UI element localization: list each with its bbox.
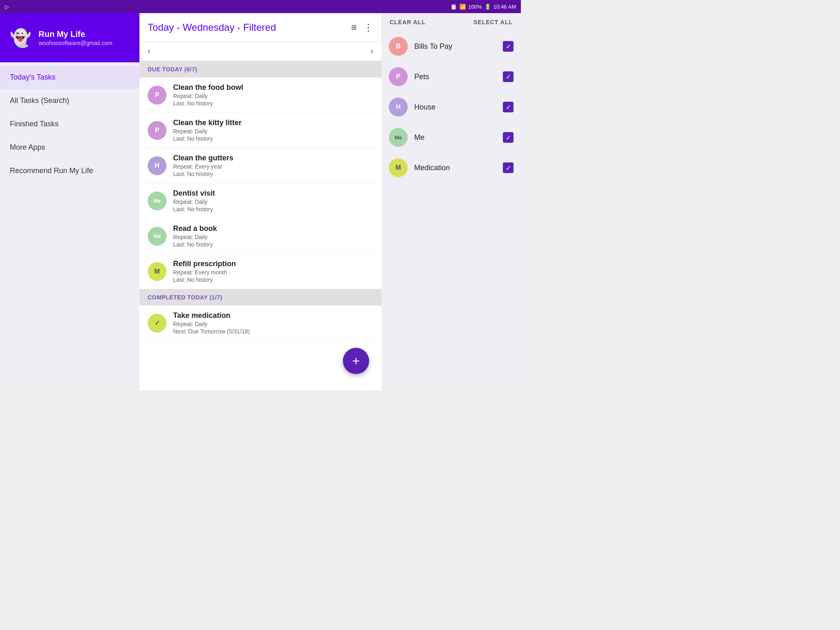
todays-tasks-label: Today's Tasks bbox=[10, 73, 55, 82]
sidebar-item-recommend[interactable]: Recommend Run My Life bbox=[0, 159, 139, 183]
filter-item-house[interactable]: H House ✓ bbox=[381, 92, 521, 122]
task-last: Last: No history bbox=[173, 206, 373, 212]
filter-actions: CLEAR ALL SELECT ALL bbox=[381, 13, 521, 31]
avatar: ✓ bbox=[148, 314, 167, 333]
task-list: DUE TODAY (6/7) P Clean the food bowl Re… bbox=[139, 61, 381, 390]
finished-tasks-label: Finished Tasks bbox=[10, 120, 59, 128]
filter-checkbox-house[interactable]: ✓ bbox=[503, 102, 514, 112]
task-last: Last: No history bbox=[173, 135, 373, 142]
main-header: Today - Wednesday - Filtered ≡ ⋮ bbox=[139, 13, 381, 42]
task-repeat: Repeat: Every year bbox=[173, 163, 373, 170]
task-info: Take medication Repeat: Daily Next: Due … bbox=[173, 311, 373, 335]
play-icon: ▷ bbox=[5, 4, 9, 10]
main-content: Today - Wednesday - Filtered ≡ ⋮ ‹ › DUE… bbox=[139, 13, 381, 390]
list-item[interactable]: H Clean the gutters Repeat: Every year L… bbox=[139, 148, 381, 183]
filter-label-house: House bbox=[414, 103, 496, 112]
sort-icon[interactable]: ≡ bbox=[351, 22, 357, 33]
filter-avatar-bills: B bbox=[389, 37, 408, 56]
filter-checkbox-me[interactable]: ✓ bbox=[503, 132, 514, 143]
filter-item-medication[interactable]: M Medication ✓ bbox=[381, 153, 521, 183]
task-info: Clean the kitty litter Repeat: Daily Las… bbox=[173, 119, 373, 142]
task-info: Clean the gutters Repeat: Every year Las… bbox=[173, 154, 373, 177]
filter-item-me[interactable]: Me Me ✓ bbox=[381, 122, 521, 153]
filter-label-pets: Pets bbox=[414, 73, 496, 81]
list-item[interactable]: ✓ Take medication Repeat: Daily Next: Du… bbox=[139, 306, 381, 341]
completed-today-section-header: COMPLETED TODAY (1/7) bbox=[139, 289, 381, 306]
more-apps-label: More Apps bbox=[10, 143, 45, 152]
filter-panel: CLEAR ALL SELECT ALL B Bills To Pay ✓ P … bbox=[381, 13, 521, 390]
list-item[interactable]: P Clean the food bowl Repeat: Daily Last… bbox=[139, 78, 381, 113]
task-last: Last: No history bbox=[173, 241, 373, 248]
filter-avatar-pets: P bbox=[389, 67, 408, 86]
sidebar: 👻 Run My Life woohoosoftware@gmail.com T… bbox=[0, 13, 139, 390]
sidebar-header: 👻 Run My Life woohoosoftware@gmail.com bbox=[0, 13, 139, 62]
avatar: Me bbox=[148, 227, 167, 246]
sidebar-item-all-tasks[interactable]: All Tasks (Search) bbox=[0, 89, 139, 112]
recommend-label: Recommend Run My Life bbox=[10, 167, 93, 175]
task-last: Last: No history bbox=[173, 171, 373, 177]
filter-checkbox-pets[interactable]: ✓ bbox=[503, 71, 514, 82]
avatar: P bbox=[148, 121, 167, 140]
avatar: H bbox=[148, 156, 167, 175]
task-info: Refill prescription Repeat: Every month … bbox=[173, 260, 373, 283]
sidebar-item-more-apps[interactable]: More Apps bbox=[0, 136, 139, 159]
task-name: Clean the kitty litter bbox=[173, 119, 373, 127]
battery-icon: 🔋 bbox=[484, 4, 491, 10]
avatar: Me bbox=[148, 192, 167, 210]
due-today-section-header: DUE TODAY (6/7) bbox=[139, 61, 381, 78]
select-all-button[interactable]: SELECT ALL bbox=[473, 19, 513, 25]
filter-checkbox-medication[interactable]: ✓ bbox=[503, 162, 514, 173]
prev-arrow-icon[interactable]: ‹ bbox=[148, 46, 151, 57]
filter-label-bills: Bills To Pay bbox=[414, 42, 496, 51]
app-name: Run My Life bbox=[39, 30, 112, 39]
filter-avatar-medication: M bbox=[389, 158, 408, 177]
sidebar-user-info: Run My Life woohoosoftware@gmail.com bbox=[39, 30, 112, 46]
list-item[interactable]: M Refill prescription Repeat: Every mont… bbox=[139, 254, 381, 289]
task-name: Take medication bbox=[173, 311, 373, 320]
ghost-cat-icon: 👻 bbox=[10, 28, 31, 48]
page-title: Today - Wednesday - Filtered bbox=[148, 22, 276, 33]
avatar: P bbox=[148, 86, 167, 105]
list-item[interactable]: Me Read a book Repeat: Daily Last: No hi… bbox=[139, 219, 381, 254]
filter-label-medication: Medication bbox=[414, 164, 496, 172]
task-last: Last: No history bbox=[173, 100, 373, 107]
next-arrow-icon[interactable]: › bbox=[370, 46, 373, 57]
task-repeat: Repeat: Daily bbox=[173, 321, 373, 327]
task-last: Last: No history bbox=[173, 276, 373, 283]
filter-checkbox-bills[interactable]: ✓ bbox=[503, 41, 514, 52]
filter-avatar-me: Me bbox=[389, 128, 408, 147]
task-info: Read a book Repeat: Daily Last: No histo… bbox=[173, 224, 373, 248]
battery-text: 100% bbox=[468, 4, 482, 10]
task-name: Clean the food bowl bbox=[173, 83, 373, 92]
sidebar-navigation: Today's Tasks All Tasks (Search) Finishe… bbox=[0, 62, 139, 390]
list-item[interactable]: Me Dentist visit Repeat: Daily Last: No … bbox=[139, 183, 381, 219]
task-repeat: Repeat: Every month bbox=[173, 269, 373, 276]
all-tasks-label: All Tasks (Search) bbox=[10, 96, 69, 105]
task-name: Read a book bbox=[173, 224, 373, 233]
clear-all-button[interactable]: CLEAR ALL bbox=[390, 19, 426, 25]
task-repeat: Repeat: Daily bbox=[173, 128, 373, 135]
wifi-icon: 📶 bbox=[459, 4, 466, 10]
sidebar-item-finished-tasks[interactable]: Finished Tasks bbox=[0, 112, 139, 136]
filter-item-bills[interactable]: B Bills To Pay ✓ bbox=[381, 31, 521, 62]
filter-label-me: Me bbox=[414, 133, 496, 142]
filter-avatar-house: H bbox=[389, 98, 408, 116]
header-actions: ≡ ⋮ bbox=[351, 22, 373, 33]
task-name: Clean the gutters bbox=[173, 154, 373, 162]
add-task-fab[interactable]: + bbox=[343, 348, 369, 374]
time-display: 10:46 AM bbox=[493, 4, 516, 10]
task-repeat: Repeat: Daily bbox=[173, 93, 373, 99]
status-bar: ▷ 📋 📶 100% 🔋 10:46 AM bbox=[0, 0, 521, 13]
app-logo: 👻 bbox=[8, 25, 33, 50]
task-repeat: Repeat: Daily bbox=[173, 199, 373, 205]
task-repeat: Repeat: Daily bbox=[173, 234, 373, 240]
sidebar-item-todays-tasks[interactable]: Today's Tasks bbox=[0, 66, 139, 89]
list-item[interactable]: P Clean the kitty litter Repeat: Daily L… bbox=[139, 113, 381, 148]
filter-item-pets[interactable]: P Pets ✓ bbox=[381, 62, 521, 92]
task-info: Dentist visit Repeat: Daily Last: No his… bbox=[173, 189, 373, 212]
task-name: Refill prescription bbox=[173, 260, 373, 268]
task-info: Clean the food bowl Repeat: Daily Last: … bbox=[173, 83, 373, 107]
more-options-icon[interactable]: ⋮ bbox=[363, 22, 373, 33]
navigation-arrows: ‹ › bbox=[139, 42, 381, 61]
task-name: Dentist visit bbox=[173, 189, 373, 198]
